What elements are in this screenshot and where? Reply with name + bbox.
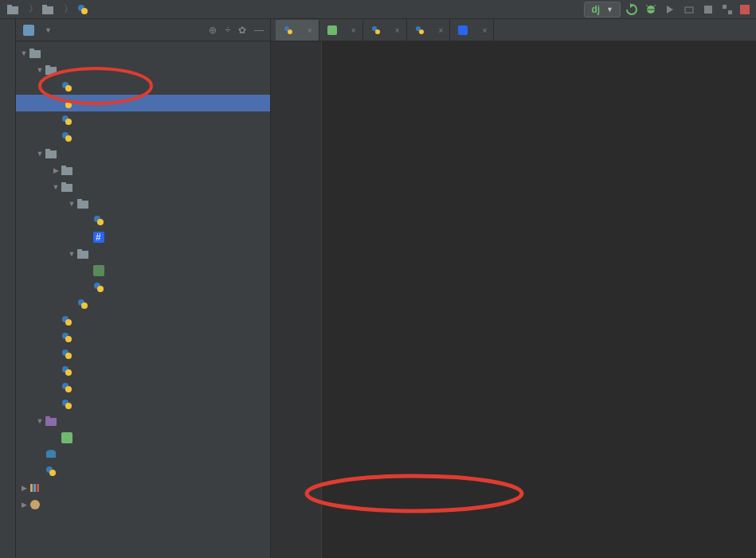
stop-indicator	[740, 5, 750, 14]
tree-file-views[interactable]	[16, 396, 270, 412]
svg-rect-12	[723, 5, 727, 9]
svg-rect-67	[37, 484, 39, 492]
gear-icon[interactable]: ✿	[238, 25, 246, 36]
tree-file-tests[interactable]	[16, 379, 270, 396]
editor-body[interactable]	[271, 41, 756, 558]
debug-icon[interactable]	[644, 3, 657, 16]
stop-icon[interactable]	[702, 3, 715, 16]
svg-point-45	[81, 302, 88, 309]
tree-file-saints[interactable]	[16, 262, 270, 279]
html-file-icon	[326, 25, 339, 36]
tab-settings[interactable]: ×	[276, 20, 319, 41]
close-icon[interactable]: ×	[392, 26, 400, 35]
tree-folder-image[interactable]: ▼	[16, 245, 270, 262]
svg-point-73	[375, 29, 380, 34]
tree-file-apps[interactable]	[16, 345, 270, 362]
css-file-icon	[456, 25, 469, 36]
tree-file-initpy3[interactable]	[16, 295, 270, 312]
tree-file-initpy[interactable]	[16, 212, 270, 228]
project-tree[interactable]: ▼ ▼ ▼ ▶ ▼ ▼ # ▼ ▼ ▶	[16, 41, 270, 558]
folder-icon	[41, 4, 54, 15]
css-file-icon: #	[92, 232, 105, 243]
tree-file-urls[interactable]	[16, 111, 270, 128]
tree-external-libs[interactable]: ▶	[16, 479, 270, 496]
restart-icon[interactable]	[625, 3, 638, 16]
tree-file-initpy2[interactable]	[16, 279, 270, 295]
folder-icon	[76, 248, 89, 259]
tab-quickstyle[interactable]: ×	[450, 20, 494, 41]
tree-folder-css[interactable]: ▼	[16, 195, 270, 212]
folder-icon	[61, 181, 73, 193]
tree-scratches[interactable]: ▶	[16, 496, 270, 513]
svg-rect-30	[61, 166, 66, 169]
folder-icon	[45, 416, 57, 427]
tree-folder-templates[interactable]: ▼	[16, 412, 270, 429]
tree-folder-migrations[interactable]: ▶	[16, 162, 270, 178]
tree-file-init[interactable]	[16, 78, 270, 95]
svg-rect-32	[61, 182, 66, 185]
svg-point-24	[65, 119, 72, 125]
tree-file-settings[interactable]	[16, 95, 270, 111]
tab-views[interactable]: ×	[363, 20, 407, 41]
tree-file-manage[interactable]	[16, 462, 270, 479]
fold-gutter[interactable]	[311, 41, 322, 558]
folder-icon	[76, 198, 89, 209]
library-icon	[29, 482, 41, 494]
side-rail[interactable]	[0, 19, 16, 558]
python-file-icon	[61, 382, 73, 393]
tab-staticexample[interactable]: ×	[319, 20, 363, 41]
toolbar	[625, 3, 750, 16]
svg-rect-34	[77, 199, 82, 202]
collapse-icon[interactable]: ÷	[225, 25, 230, 36]
svg-point-68	[30, 500, 40, 509]
tree-file-db[interactable]	[16, 446, 270, 462]
svg-rect-60	[61, 432, 72, 443]
tab-urls[interactable]: ×	[407, 20, 451, 41]
chevron-right-icon: 〉	[64, 2, 73, 16]
tree-file-admin[interactable]	[16, 329, 270, 345]
svg-point-43	[97, 286, 104, 292]
close-icon[interactable]: ×	[479, 26, 487, 35]
python-file-icon	[61, 98, 73, 109]
hide-icon[interactable]: —	[254, 25, 264, 36]
svg-point-36	[97, 219, 104, 225]
line-number-gutter[interactable]	[271, 41, 311, 558]
title-bar: 〉 〉 dj ▼	[0, 0, 756, 19]
run-tests-icon[interactable]	[664, 3, 676, 16]
tree-file-staticexample[interactable]	[16, 429, 270, 446]
folder-icon	[61, 165, 73, 176]
svg-point-57	[65, 403, 72, 409]
svg-point-26	[65, 135, 72, 142]
attach-icon[interactable]	[683, 3, 695, 16]
tree-file-models[interactable]	[16, 362, 270, 379]
svg-point-5	[81, 8, 88, 14]
tree-folder-static[interactable]: ▼	[16, 178, 270, 195]
chevron-down-icon[interactable]: ▼	[45, 26, 52, 34]
python-file-icon	[61, 315, 73, 326]
project-panel: ▼ ⊕ ÷ ✿ — ▼ ▼ ▼ ▶ ▼ ▼ # ▼	[16, 19, 271, 558]
svg-rect-62	[46, 452, 56, 458]
close-icon[interactable]: ×	[348, 26, 356, 35]
django-icon: dj	[591, 4, 600, 15]
scratch-icon	[29, 499, 41, 510]
tree-folder-djangoquick[interactable]: ▼	[16, 61, 270, 78]
tools-icon[interactable]	[721, 3, 734, 16]
svg-point-75	[419, 29, 424, 34]
svg-point-47	[65, 319, 72, 326]
tree-file-quickstyle[interactable]: #	[16, 228, 270, 245]
tree-file-wsgi[interactable]	[16, 128, 270, 145]
svg-rect-76	[458, 25, 468, 35]
run-config-dropdown[interactable]: dj ▼	[584, 2, 621, 18]
folder-icon	[29, 48, 41, 59]
close-icon[interactable]: ×	[436, 26, 444, 35]
close-icon[interactable]: ×	[304, 26, 312, 35]
python-file-icon	[61, 81, 73, 92]
target-icon[interactable]: ⊕	[209, 25, 217, 36]
tree-root[interactable]: ▼	[16, 45, 270, 61]
tree-folder-quick[interactable]: ▼	[16, 145, 270, 162]
chevron-right-icon: 〉	[29, 2, 38, 16]
tree-file-initpy4[interactable]	[16, 312, 270, 329]
svg-rect-66	[33, 484, 36, 492]
code-editor[interactable]	[322, 41, 756, 558]
python-file-icon	[61, 349, 73, 360]
